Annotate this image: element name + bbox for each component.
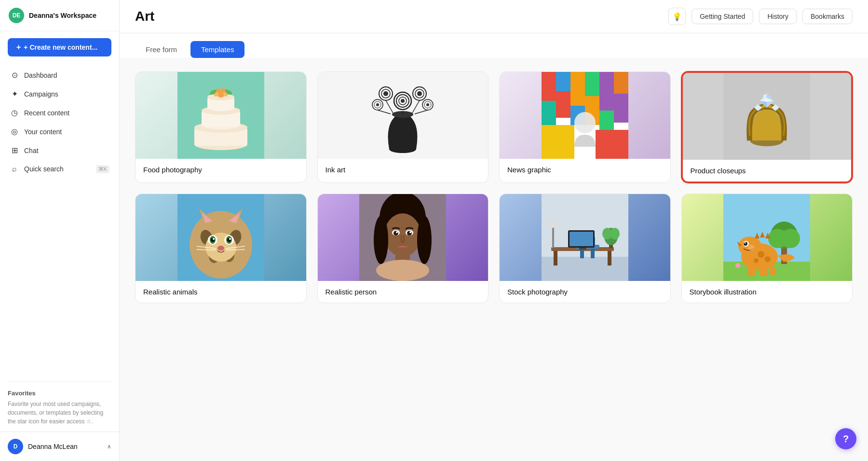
history-button[interactable]: History (759, 9, 797, 24)
workspace-avatar: DE (9, 8, 24, 23)
template-image-news (500, 72, 670, 159)
workspace-name: Deanna's Workspace (29, 12, 96, 19)
sidebar-item-quick-search[interactable]: ⌕ Quick search ⌘K (4, 160, 115, 178)
svg-point-35 (426, 103, 429, 106)
user-name: Deanna McLean (28, 443, 78, 450)
template-card-news-graphic[interactable]: News graphic (499, 71, 671, 183)
plus-icon: + (16, 43, 21, 52)
svg-point-132 (735, 263, 740, 268)
svg-line-89 (226, 250, 245, 250)
chevron-up-icon[interactable]: ∧ (107, 443, 111, 450)
svg-point-123 (610, 228, 620, 239)
sidebar-header: DE Deanna's Workspace (0, 0, 119, 31)
template-image-product (683, 73, 852, 160)
template-card-stock-photography[interactable]: Stock photography (499, 194, 671, 303)
template-image-ink (318, 72, 488, 159)
sidebar-footer: D Deanna McLean ∧ (0, 432, 119, 461)
sidebar-item-label: Campaigns (24, 90, 58, 98)
svg-point-54 (574, 112, 596, 133)
svg-point-26 (383, 91, 388, 96)
sidebar-item-label: Dashboard (24, 71, 57, 79)
sidebar-item-recent-content[interactable]: ◷ Recent content (4, 104, 115, 122)
sidebar-item-your-content[interactable]: ◎ Your content (4, 123, 115, 140)
svg-rect-114 (580, 249, 584, 258)
template-label: Realistic person (318, 281, 488, 303)
search-icon: ⌕ (10, 165, 19, 173)
favorites-title: Favorites (8, 390, 111, 397)
sidebar-item-campaigns[interactable]: ✦ Campaigns (4, 85, 115, 103)
svg-point-104 (409, 231, 411, 233)
sidebar-nav: ⊙ Dashboard ✦ Campaigns ◷ Recent content… (0, 63, 119, 377)
template-label: Stock photography (500, 281, 670, 303)
svg-point-23 (401, 99, 405, 103)
svg-point-131 (781, 229, 800, 248)
svg-rect-56 (596, 130, 628, 159)
svg-rect-145 (769, 267, 776, 275)
topbar: Art 💡 Getting Started History Bookmarks (120, 0, 868, 33)
svg-rect-119 (579, 248, 586, 250)
template-label: Product closeups (683, 160, 852, 182)
favorites-section: Favorites Favorite your most used campai… (0, 386, 119, 432)
help-button[interactable]: ? (835, 428, 856, 449)
svg-rect-124 (552, 228, 554, 248)
svg-point-84 (229, 238, 231, 240)
template-card-food-photography[interactable]: Food photography (135, 71, 307, 183)
svg-rect-143 (747, 267, 755, 276)
svg-rect-44 (570, 72, 585, 106)
sidebar-item-label: Chat (24, 147, 39, 154)
template-image-person (318, 194, 488, 281)
svg-rect-111 (554, 251, 557, 265)
create-new-button[interactable]: + + Create new content... (8, 38, 111, 56)
lightbulb-button[interactable]: 💡 (668, 8, 686, 25)
svg-point-66 (763, 95, 765, 97)
svg-point-106 (417, 216, 432, 264)
svg-point-140 (758, 251, 764, 258)
sidebar-item-dashboard[interactable]: ⊙ Dashboard (4, 66, 115, 84)
template-label: Storybook illustration (682, 281, 853, 303)
shortcut-badge: ⌘K (96, 165, 109, 173)
template-label: Ink art (318, 159, 488, 181)
campaigns-icon: ✦ (10, 89, 19, 98)
svg-point-102 (407, 231, 412, 236)
template-card-ink-art[interactable]: Ink art (317, 71, 489, 183)
sidebar-item-label: Recent content (24, 109, 69, 117)
template-label: Food photography (136, 159, 306, 181)
svg-point-32 (376, 103, 379, 106)
template-card-storybook-illustration[interactable]: Storybook illustration (681, 194, 853, 303)
svg-point-96 (384, 213, 421, 257)
tab-free-form[interactable]: Free form (135, 41, 188, 58)
svg-rect-46 (599, 72, 614, 111)
svg-rect-53 (614, 94, 628, 123)
svg-rect-144 (760, 268, 767, 276)
svg-point-150 (748, 245, 754, 251)
svg-point-29 (417, 91, 422, 96)
main-content: Art 💡 Getting Started History Bookmarks … (120, 0, 868, 461)
template-label: News graphic (500, 159, 670, 181)
svg-rect-42 (542, 72, 556, 101)
tab-templates[interactable]: Templates (190, 41, 244, 58)
svg-rect-112 (608, 251, 611, 265)
svg-rect-45 (585, 72, 599, 96)
sidebar-item-chat[interactable]: ⊞ Chat (4, 141, 115, 159)
content-area: Food photography (120, 58, 868, 461)
svg-point-83 (213, 238, 215, 240)
templates-grid: Food photography (135, 71, 853, 303)
create-button-label: + Create new content... (24, 43, 97, 51)
svg-rect-118 (570, 232, 593, 246)
template-card-realistic-person[interactable]: Realistic person (317, 194, 489, 303)
svg-point-101 (393, 231, 398, 236)
svg-rect-52 (599, 111, 614, 130)
svg-point-141 (765, 256, 771, 262)
svg-point-139 (745, 242, 746, 244)
svg-point-105 (374, 216, 388, 264)
sidebar-item-label: Quick search (24, 165, 64, 173)
template-image-food (136, 72, 306, 159)
bookmarks-button[interactable]: Bookmarks (802, 9, 853, 24)
your-content-icon: ◎ (10, 127, 19, 136)
template-card-product-closeups[interactable]: Product closeups (681, 71, 853, 183)
template-image-storybook (682, 194, 853, 281)
template-card-realistic-animals[interactable]: Realistic animals (135, 194, 307, 303)
page-title: Art (135, 9, 154, 24)
getting-started-button[interactable]: Getting Started (692, 9, 753, 24)
divider (8, 381, 111, 382)
